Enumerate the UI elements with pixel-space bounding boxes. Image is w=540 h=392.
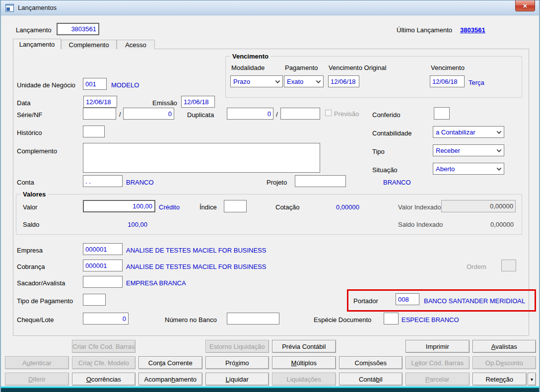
pagamento-label: Pagamento <box>285 64 318 71</box>
vencimento-label: Vencimento <box>431 64 465 71</box>
tab-lancamento[interactable]: Lançamento <box>13 39 61 49</box>
especie-documento-label: Espécie Documento <box>314 316 371 324</box>
tipo-label: Tipo <box>372 148 385 155</box>
retencao-button[interactable]: Retenção <box>472 373 527 386</box>
previa-contabil-button[interactable]: Prévia Contábil <box>272 340 336 353</box>
cobranca-label: Cobrança <box>17 263 45 270</box>
duplicata-separator: / <box>276 111 278 118</box>
valor-indexado-label: Valor Indexado <box>398 203 441 211</box>
indice-input[interactable] <box>224 200 247 212</box>
window-title: Lançamentos <box>18 4 57 11</box>
vencimento-original-input[interactable] <box>328 75 359 87</box>
retencao-menu-arrow-button[interactable]: ▾ <box>528 373 536 386</box>
contabil-button[interactable]: Contábil <box>339 373 403 386</box>
cheque-lote-input[interactable] <box>83 313 129 325</box>
previsao-checkbox <box>325 110 332 116</box>
duplicata-label: Duplicata <box>187 111 214 119</box>
tipo-pagamento-input[interactable] <box>83 294 106 306</box>
projeto-desc: BRANCO <box>383 179 411 186</box>
ultimo-lancamento-label: Último Lançamento <box>397 26 452 34</box>
previsao-label: Previsão <box>334 110 359 118</box>
empresa-input[interactable] <box>83 243 123 255</box>
contabilidade-select[interactable]: a Contabilizar <box>433 126 504 138</box>
multiplos-button[interactable]: Múltiplos <box>272 356 336 369</box>
valor-desc: Crédito <box>159 203 180 211</box>
modalidade-select[interactable]: Prazo <box>230 75 283 87</box>
criar-cfe-cod-barras-button: Criar Cfe Cod. Barras <box>72 340 136 353</box>
imprimir-button[interactable]: Imprimir <box>405 340 470 353</box>
saldo-label: Saldo <box>23 221 39 228</box>
tipo-value: Receber <box>436 147 495 154</box>
empty-button-slot <box>138 340 202 353</box>
chevron-down-icon <box>497 166 502 171</box>
unidade-negocio-label: Unidade de Negócio <box>17 81 75 89</box>
tab-complemento[interactable]: Complemento <box>61 40 117 49</box>
tipo-select[interactable]: Receber <box>433 144 504 156</box>
contabilidade-label: Contabilidade <box>372 130 412 137</box>
ordem-input <box>501 260 516 271</box>
conta-corrente-button[interactable]: Conta Corrente <box>138 356 202 369</box>
liquidar-button[interactable]: Liquidar <box>205 373 270 386</box>
especie-documento-input[interactable] <box>384 313 399 325</box>
serie-nf-label: Série/NF <box>17 111 42 119</box>
conta-label: Conta <box>17 179 34 186</box>
close-icon: × <box>523 2 528 9</box>
nf-input[interactable] <box>123 108 174 120</box>
valor-input[interactable] <box>83 200 155 212</box>
situacao-select[interactable]: Aberto <box>433 163 504 175</box>
projeto-input[interactable] <box>295 175 346 187</box>
cobranca-input[interactable] <box>83 260 123 271</box>
title-bar: Lançamentos × <box>1 0 539 15</box>
serie-input[interactable] <box>83 108 116 120</box>
cobranca-desc: ANALISE DE TESTES MACIEL FOR BUSINESS <box>126 263 266 270</box>
acompanhamento-button[interactable]: Acompanhamento <box>138 373 202 386</box>
numero-banco-input[interactable] <box>227 313 279 325</box>
close-button[interactable]: × <box>515 0 535 11</box>
criar-cfe-modelo-button: Criar Cfe. Modelo <box>72 356 136 369</box>
vencimento-input[interactable] <box>430 75 465 87</box>
tab-acesso[interactable]: Acesso <box>117 40 155 49</box>
duplicata-parcela-input[interactable] <box>280 108 320 120</box>
pagamento-select[interactable]: Exato <box>284 75 324 87</box>
serie-nf-separator: / <box>119 111 121 118</box>
empresa-label: Empresa <box>17 247 43 254</box>
proximo-button[interactable]: Próximo <box>205 356 270 369</box>
comissoes-button[interactable]: Comissões <box>339 356 403 369</box>
window-icon <box>5 4 14 12</box>
empty-button-slot <box>5 340 69 353</box>
historico-label: Histórico <box>17 129 42 136</box>
avalistas-button[interactable]: Avalistas <box>472 340 537 353</box>
emissao-input[interactable] <box>181 96 215 108</box>
data-input[interactable] <box>83 96 117 108</box>
ordem-label: Ordem <box>467 263 486 270</box>
indice-label: Índice <box>200 203 217 211</box>
chevron-down-icon <box>275 78 280 83</box>
especie-documento-desc: ESPECIE BRANCO <box>402 316 459 324</box>
unidade-negocio-input[interactable] <box>83 78 107 90</box>
cheque-lote-label: Cheque/Lote <box>17 316 54 324</box>
autenticar-button: Autenticar <box>5 356 69 369</box>
conta-input[interactable] <box>83 175 123 187</box>
conferido-input[interactable] <box>434 107 450 120</box>
ocorrencias-button[interactable]: Ocorrências <box>72 373 136 386</box>
emissao-label: Emissão <box>152 99 177 107</box>
saldo-value: 100,00 <box>83 221 147 228</box>
action-button-grid: Criar Cfe Cod. BarrasEstorno LiquidaçãoP… <box>5 340 536 386</box>
empresa-desc: ANALISE DE TESTES MACIEL FOR BUSINESS <box>126 247 266 254</box>
sacador-avalista-input[interactable] <box>83 276 123 288</box>
vencimento-weekday: Terça <box>469 79 484 86</box>
complemento-input[interactable] <box>83 143 320 173</box>
leitor-cod-barras-button: Leitor Cód. Barras <box>405 356 470 369</box>
vencimento-original-label: Vencimento Original <box>329 64 386 71</box>
contabilidade-value: a Contabilizar <box>436 129 495 136</box>
valores-group-title: Valores <box>21 191 48 198</box>
unidade-negocio-desc: MODELO <box>111 81 139 89</box>
historico-input[interactable] <box>83 126 105 137</box>
sacador-avalista-label: Sacador/Avalista <box>17 279 65 287</box>
lancamento-number-input[interactable] <box>57 23 99 35</box>
ultimo-lancamento-link[interactable]: 3803561 <box>460 26 485 34</box>
conta-desc: BRANCO <box>126 179 154 186</box>
sacador-avalista-desc: EMPRESA BRANCA <box>126 279 186 287</box>
parcelar-button: Parcelar <box>405 373 470 386</box>
duplicata-numero-input[interactable] <box>227 108 273 120</box>
